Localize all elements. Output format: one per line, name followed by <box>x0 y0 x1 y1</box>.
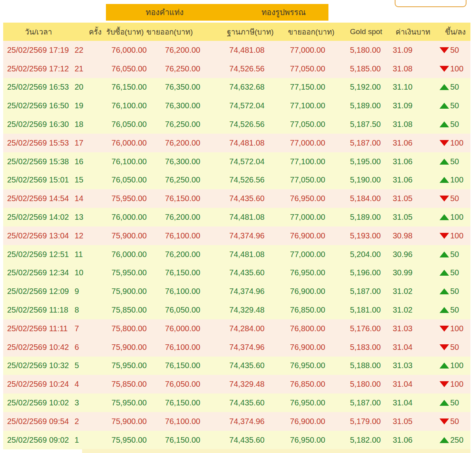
cell-sell: 76,100.00 <box>151 417 204 426</box>
cell-buy: 75,950.00 <box>107 398 151 407</box>
cell-count: 3 <box>71 398 107 407</box>
down-arrow-icon <box>440 140 449 146</box>
cell-gold-spot: 5,187.00 <box>329 398 385 407</box>
cell-datetime: 25/02/2569 12:34 <box>3 268 71 277</box>
cell-baht: 31.04 <box>385 398 416 407</box>
table-row: 25/02/2569 17:192276,000.0076,200.0074,4… <box>3 41 470 60</box>
up-arrow-icon <box>440 84 449 90</box>
cell-tax-base: 74,374.96 <box>204 343 269 352</box>
cell-baht: 31.03 <box>385 324 416 333</box>
top-right-partial-control[interactable] <box>395 0 466 7</box>
cell-count: 15 <box>71 175 107 184</box>
table-row: 25/02/2569 09:54275,900.0076,100.0074,37… <box>3 412 470 431</box>
up-arrow-icon <box>440 177 449 183</box>
table-row: 25/02/2569 10:02375,950.0076,150.0074,43… <box>3 393 470 412</box>
cell-baht: 30.98 <box>385 231 416 240</box>
cell-buy: 76,050.00 <box>107 64 151 73</box>
cell-buy: 75,900.00 <box>107 417 151 426</box>
down-arrow-icon <box>440 418 449 424</box>
cell-count: 6 <box>71 343 107 352</box>
cell-tax-base: 74,526.56 <box>204 175 269 184</box>
cell-count: 4 <box>71 380 107 389</box>
cell-datetime: 25/02/2569 11:11 <box>3 324 71 333</box>
cell-datetime: 25/02/2569 16:30 <box>3 120 71 129</box>
cell-ornament-sell: 76,950.00 <box>269 436 329 445</box>
cell-ornament-sell: 76,950.00 <box>269 398 329 407</box>
cell-change: 50 <box>416 417 470 426</box>
down-arrow-icon <box>440 326 449 332</box>
up-arrow-icon <box>440 400 449 406</box>
cell-tax-base: 74,572.04 <box>204 101 269 110</box>
cell-baht: 30.99 <box>385 268 416 277</box>
cell-change: 50 <box>416 287 470 296</box>
cell-count: 21 <box>71 64 107 73</box>
cell-tax-base: 74,481.08 <box>204 138 269 148</box>
up-arrow-icon <box>440 251 449 257</box>
cell-gold-spot: 5,189.00 <box>329 101 385 110</box>
table-row: 25/02/2569 16:501976,100.0076,300.0074,5… <box>3 96 470 115</box>
cell-sell: 76,150.00 <box>151 361 204 370</box>
cell-buy: 75,950.00 <box>107 436 151 445</box>
up-arrow-icon <box>440 437 449 443</box>
cell-gold-spot: 5,192.00 <box>329 83 385 92</box>
cell-sell: 76,200.00 <box>151 138 204 148</box>
table-row: 25/02/2569 11:18875,850.0076,050.0074,32… <box>3 301 470 319</box>
cell-sell: 76,150.00 <box>151 194 204 203</box>
table-row: 25/02/2569 15:011576,050.0076,250.0074,5… <box>3 171 470 190</box>
down-arrow-icon <box>440 66 449 72</box>
cell-gold-spot: 5,193.00 <box>329 231 385 240</box>
cell-buy: 76,000.00 <box>107 46 151 55</box>
cell-ornament-sell: 76,900.00 <box>269 287 329 296</box>
gold-price-table: วัน/เวลา ครั้ง รับซื้อ(บาท) ขายออก(บาท) … <box>3 23 470 449</box>
cell-buy: 75,950.00 <box>107 361 151 370</box>
cell-ornament-sell: 77,100.00 <box>269 157 329 166</box>
cell-baht: 31.06 <box>385 157 416 166</box>
cell-gold-spot: 5,196.00 <box>329 268 385 277</box>
change-value: 100 <box>450 324 463 333</box>
cell-count: 1 <box>71 436 107 445</box>
cell-ornament-sell: 76,850.00 <box>269 305 329 315</box>
cell-count: 14 <box>71 194 107 203</box>
cell-datetime: 25/02/2569 15:53 <box>3 138 71 148</box>
cell-datetime: 25/02/2569 11:18 <box>3 305 71 315</box>
table-row: 25/02/2569 14:541475,950.0076,150.0074,4… <box>3 189 470 208</box>
cell-baht: 31.08 <box>385 64 416 73</box>
cell-count: 8 <box>71 305 107 315</box>
cell-gold-spot: 5,183.00 <box>329 343 385 352</box>
cell-sell: 76,100.00 <box>151 343 204 352</box>
gold-bar-group-header: ทองคำแท่ง <box>146 4 183 21</box>
gold-price-page: ทองคำแท่ง ทองรูปพรรณ วัน/เวลา ครั้ง รับซ… <box>0 0 476 453</box>
cell-gold-spot: 5,187.00 <box>329 138 385 148</box>
cell-change: 50 <box>416 194 470 203</box>
cell-ornament-sell: 77,000.00 <box>269 138 329 148</box>
change-value: 100 <box>450 138 463 148</box>
cell-tax-base: 74,435.60 <box>204 194 269 203</box>
cell-sell: 76,300.00 <box>151 101 204 110</box>
cell-baht: 30.96 <box>385 250 416 259</box>
cell-sell: 76,250.00 <box>151 120 204 129</box>
cell-sell: 76,100.00 <box>151 231 204 240</box>
cell-gold-spot: 5,187.00 <box>329 287 385 296</box>
cell-datetime: 25/02/2569 17:19 <box>3 46 71 55</box>
cell-gold-spot: 5,180.00 <box>329 380 385 389</box>
column-header-up-down: ขึ้น/ลง <box>428 26 476 38</box>
cell-ornament-sell: 76,950.00 <box>269 268 329 277</box>
cell-sell: 76,050.00 <box>151 380 204 389</box>
cell-tax-base: 74,374.96 <box>204 417 269 426</box>
cell-gold-spot: 5,182.00 <box>329 436 385 445</box>
cell-sell: 76,250.00 <box>151 175 204 184</box>
change-value: 50 <box>450 268 459 277</box>
cell-change: 100 <box>416 231 470 240</box>
cell-tax-base: 74,435.60 <box>204 268 269 277</box>
change-value: 50 <box>450 157 459 166</box>
table-row: 25/02/2569 15:381676,100.0076,300.0074,5… <box>3 152 470 171</box>
up-arrow-icon <box>440 288 449 294</box>
cell-sell: 76,150.00 <box>151 268 204 277</box>
table-body: 25/02/2569 17:192276,000.0076,200.0074,4… <box>3 41 470 449</box>
cell-buy: 75,850.00 <box>107 380 151 389</box>
cell-sell: 76,000.00 <box>151 324 204 333</box>
table-row: 25/02/2569 10:24475,850.0076,050.0074,32… <box>3 375 470 393</box>
change-value: 50 <box>450 46 459 55</box>
cell-ornament-sell: 76,900.00 <box>269 417 329 426</box>
cell-ornament-sell: 77,050.00 <box>269 64 329 73</box>
